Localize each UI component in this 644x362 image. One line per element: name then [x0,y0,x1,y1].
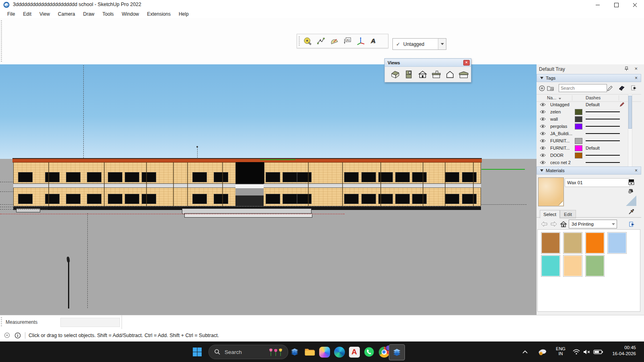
forward-arrow-icon[interactable] [549,220,558,228]
tray-volume-muted-icon[interactable] [582,345,592,359]
tag-dash-style[interactable]: Default [586,146,600,150]
menu-help[interactable]: Help [175,11,193,17]
materials-section-header[interactable]: Materials × [537,167,641,175]
tags-section-header[interactable]: Tags × [537,74,641,82]
tag-dash-style[interactable] [586,126,620,127]
measurements-value-box[interactable] [60,318,120,327]
sample-paint-eyedropper-icon[interactable] [627,208,635,216]
text-tool-icon[interactable]: A1 [343,36,352,46]
menu-tools[interactable]: Tools [99,11,118,17]
rename-tag-pencil-icon[interactable] [606,84,613,92]
material-preview[interactable] [538,177,564,206]
taskbar-search[interactable]: Search [208,345,288,359]
info-icon[interactable] [14,332,21,339]
visibility-eye-icon[interactable] [540,153,546,158]
start-button[interactable] [190,345,204,359]
visibility-eye-icon[interactable] [540,117,546,122]
tag-dash-style[interactable]: Default [586,102,600,107]
tray-battery-icon[interactable] [592,345,604,359]
add-tag-icon[interactable] [538,84,545,92]
tape-measure-icon[interactable] [303,36,312,46]
materials-close-icon[interactable]: × [635,168,638,173]
material-swatch[interactable] [607,232,627,254]
dashes-column-header[interactable]: Dashes [586,95,601,100]
menu-draw[interactable]: Draw [79,11,99,17]
visibility-eye-icon[interactable] [540,139,546,144]
taskbar-copilot-icon[interactable] [318,345,331,359]
create-material-icon[interactable] [627,187,635,195]
visibility-eye-icon[interactable] [540,160,546,165]
protractor-tool-icon[interactable] [329,36,339,46]
material-swatch[interactable] [585,255,605,277]
tags-details-icon[interactable] [630,84,638,92]
back-view-button[interactable] [444,69,456,80]
visibility-eye-icon[interactable] [540,110,546,115]
in-model-home-icon[interactable] [559,220,568,228]
menu-view[interactable]: View [35,11,54,17]
iso-view-button[interactable] [390,69,401,80]
tag-row[interactable]: pergolas [537,123,641,130]
tags-scrollbar[interactable] [628,94,632,167]
tag-dash-style[interactable] [586,133,620,134]
3d-text-tool-icon[interactable]: AA [369,36,379,46]
tray-wifi-icon[interactable] [572,345,581,359]
tray-close-icon[interactable]: × [634,66,638,72]
dimension-tool-icon[interactable] [316,36,326,46]
add-tag-folder-icon[interactable] [547,84,554,92]
edit-pencil-icon[interactable] [619,102,625,108]
visibility-eye-icon[interactable] [540,103,546,107]
maximize-button[interactable] [607,0,625,10]
taskbar-autocad-icon[interactable]: A [347,345,361,359]
material-swatch[interactable] [541,255,560,277]
taskbar-whatsapp-icon[interactable] [362,345,376,359]
tag-dash-style[interactable] [586,111,620,112]
tags-close-icon[interactable]: × [635,75,638,81]
default-material-icon[interactable] [626,195,636,206]
taskbar-sketchup-icon[interactable] [288,345,301,359]
menu-camera[interactable]: Camera [54,11,79,17]
left-view-button[interactable] [458,69,469,80]
tray-chevron-icon[interactable] [520,345,529,359]
tag-color-swatch[interactable] [575,145,582,151]
material-category-dropdown[interactable]: 3d Printing [569,220,617,228]
tag-row[interactable]: UntaggedDefault [537,101,641,108]
viewport-canvas[interactable] [0,64,537,315]
tray-clock[interactable]: 00:45 16-04-2026 [612,345,636,357]
tag-row[interactable]: ceco net 2 [537,159,641,166]
tag-dash-style[interactable] [586,140,620,141]
menu-window[interactable]: Window [118,11,143,17]
tag-dash-style[interactable] [586,162,620,163]
material-name-field[interactable] [565,178,630,187]
back-arrow-icon[interactable] [540,220,549,228]
tag-dash-style[interactable] [586,155,620,156]
geolocation-icon[interactable] [4,332,10,339]
tray-pin-icon[interactable] [624,66,629,72]
views-close-icon[interactable]: × [463,60,470,66]
tag-color-swatch[interactable] [575,138,582,144]
tag-row[interactable]: FURNIT... [537,137,641,144]
visibility-eye-icon[interactable] [540,124,546,129]
purge-tags-icon[interactable] [618,84,625,92]
tags-search-input[interactable] [559,84,607,92]
visibility-eye-icon[interactable] [540,146,546,151]
tray-language-indicator[interactable]: ENG IN [555,346,567,356]
tag-color-swatch[interactable] [575,123,582,130]
search-highlight-flowers-icon[interactable] [268,348,284,356]
tag-dash-style[interactable] [586,119,620,119]
materials-details-icon[interactable] [627,220,636,229]
tag-row[interactable]: DOOR [537,152,641,159]
taskbar-sketchup-active[interactable] [389,344,405,360]
menu-edit[interactable]: Edit [19,11,35,17]
tag-row[interactable]: wall [537,115,641,123]
right-view-button[interactable] [431,69,442,80]
material-swatch[interactable] [563,255,582,277]
dropdown-arrow-icon[interactable] [438,39,446,49]
views-titlebar[interactable]: Views × [385,59,471,67]
menu-file[interactable]: File [3,11,19,17]
tag-color-swatch[interactable] [575,109,582,115]
taskbar-edge-icon[interactable] [332,345,346,359]
material-swatch[interactable] [585,232,605,254]
menu-extensions[interactable]: Extensions [143,11,175,17]
tray-weather-icon[interactable]: ! [537,345,548,359]
tab-select[interactable]: Select [540,210,560,218]
